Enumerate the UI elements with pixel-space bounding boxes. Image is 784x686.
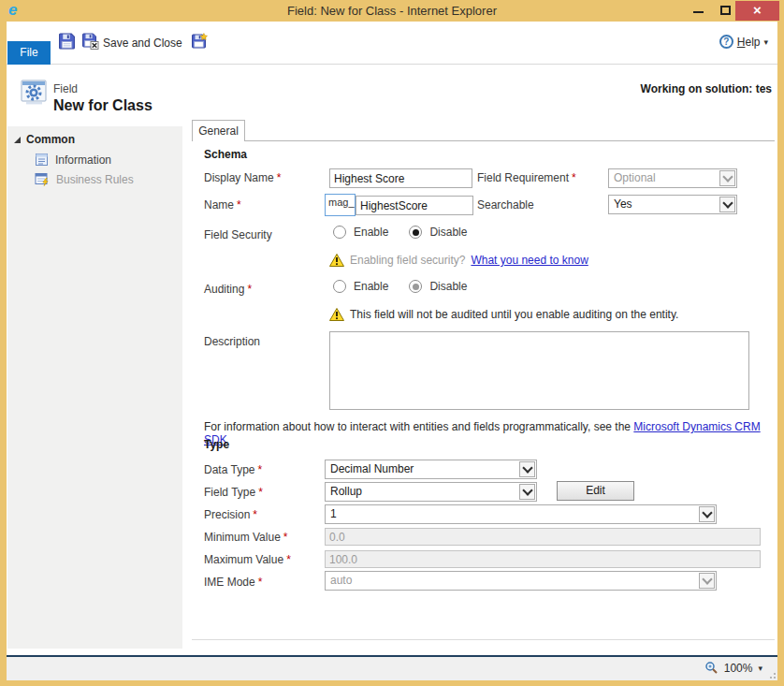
- enable-label: Enable: [354, 280, 388, 293]
- sidebar-group-common[interactable]: Common: [14, 133, 75, 146]
- field-security-label: Field Security: [204, 228, 272, 241]
- chevron-down-icon: [699, 506, 715, 522]
- display-name-label: Display Name*: [204, 171, 281, 184]
- file-menu-button[interactable]: File: [7, 41, 51, 65]
- chevron-down-icon: [719, 197, 735, 212]
- chevron-down-icon: [719, 170, 735, 186]
- sdk-note-text: For information about how to interact wi…: [204, 420, 633, 433]
- auditing-warning-row: This field will not be audited until you…: [329, 308, 678, 321]
- chevron-down-icon: [519, 484, 535, 500]
- field-entity-icon: [21, 78, 49, 109]
- field-requirement-label: Field Requirement*: [477, 171, 576, 184]
- data-type-select[interactable]: Decimal Number: [325, 460, 537, 479]
- sdk-note: For information about how to interact wi…: [204, 420, 777, 446]
- app-surface: File Save and Close: [7, 22, 777, 680]
- field-security-radio-group: Enable Disable: [333, 226, 467, 239]
- field-security-enable-radio[interactable]: [333, 226, 346, 239]
- sidebar-item-label: Business Rules: [56, 173, 134, 186]
- save-button[interactable]: [58, 33, 76, 50]
- name-label: Name*: [204, 198, 241, 212]
- save-and-close-button[interactable]: [81, 33, 99, 50]
- display-name-input[interactable]: [329, 168, 472, 188]
- auditing-label: Auditing*: [204, 283, 252, 296]
- expander-icon: [14, 137, 21, 143]
- help-label: Help: [737, 36, 761, 49]
- save-and-new-button[interactable]: [191, 33, 209, 50]
- resize-grip[interactable]: [766, 669, 776, 679]
- searchable-select[interactable]: Yes: [608, 195, 737, 214]
- minimize-button[interactable]: [693, 11, 704, 13]
- tab-general[interactable]: General: [192, 120, 245, 141]
- field-requirement-select[interactable]: Optional: [608, 168, 737, 188]
- disable-label: Disable: [429, 280, 467, 293]
- disable-label: Disable: [429, 226, 467, 239]
- schema-section-heading: Schema: [204, 148, 247, 161]
- help-icon: ?: [719, 35, 733, 49]
- zoom-control[interactable]: 100% ▾: [704, 661, 762, 675]
- ime-mode-label: IME Mode*: [204, 576, 262, 589]
- window-title: Field: New for Class - Internet Explorer: [0, 4, 784, 18]
- business-rules-icon: [35, 172, 50, 186]
- sidebar: Common Information: [7, 126, 182, 649]
- searchable-label: Searchable: [477, 198, 534, 212]
- maximum-value-label: Maximum Value*: [204, 553, 291, 566]
- description-label: Description: [204, 335, 260, 348]
- help-menu[interactable]: ? Help ▾: [719, 35, 768, 49]
- precision-select[interactable]: 1: [325, 504, 717, 524]
- auditing-radio-group: Enable Disable: [333, 280, 467, 293]
- help-caret-icon: ▾: [763, 37, 768, 47]
- auditing-disable-radio[interactable]: [409, 280, 422, 293]
- title-bar: e Field: New for Class - Internet Explor…: [0, 0, 784, 22]
- name-input[interactable]: [356, 196, 473, 215]
- working-on-solution-label: Working on solution: tes: [641, 82, 772, 95]
- name-prefix-input[interactable]: mag_: [325, 194, 356, 216]
- close-button[interactable]: ×: [735, 1, 779, 21]
- type-section-heading: Type: [204, 438, 229, 451]
- maximum-value-input[interactable]: [325, 550, 761, 568]
- field-type-select[interactable]: Rollup: [325, 482, 537, 502]
- minimum-value-input[interactable]: [325, 528, 761, 546]
- minimum-value-label: Minimum Value*: [204, 531, 287, 544]
- enable-label: Enable: [354, 226, 388, 239]
- browser-window: e Field: New for Class - Internet Explor…: [0, 0, 784, 686]
- precision-label: Precision*: [204, 508, 257, 521]
- save-and-new-icon: [191, 33, 209, 50]
- data-type-label: Data Type*: [204, 463, 262, 476]
- ime-mode-select[interactable]: auto: [325, 571, 717, 591]
- record-type-label: Field: [53, 82, 78, 95]
- security-warning-text: Enabling field security?: [350, 254, 465, 267]
- maximize-button[interactable]: [720, 6, 731, 15]
- auditing-enable-radio[interactable]: [333, 280, 346, 293]
- security-warning-row: Enabling field security? What you need t…: [329, 254, 588, 267]
- what-you-need-to-know-link[interactable]: What you need to know: [471, 254, 588, 267]
- sidebar-item-information[interactable]: Information: [35, 153, 111, 167]
- zoom-level-label: 100%: [724, 662, 753, 675]
- zoom-caret-icon: ▾: [758, 664, 762, 673]
- page-title: New for Class: [53, 97, 152, 114]
- field-security-disable-radio[interactable]: [409, 226, 422, 239]
- save-icon: [58, 33, 76, 50]
- toolbar-divider: [7, 64, 777, 65]
- content-bottom-divider: [192, 639, 775, 640]
- sidebar-group-label: Common: [26, 133, 75, 146]
- status-bar: 100% ▾: [7, 657, 777, 680]
- edit-button[interactable]: Edit: [557, 481, 634, 501]
- tab-divider: [192, 140, 775, 141]
- chevron-down-icon: [699, 573, 715, 589]
- sidebar-item-label: Information: [55, 153, 111, 167]
- field-type-label: Field Type*: [204, 486, 263, 499]
- sidebar-item-business-rules[interactable]: Business Rules: [35, 172, 134, 186]
- save-and-close-icon: [81, 33, 99, 50]
- warning-icon: [329, 254, 344, 267]
- warning-icon: [329, 308, 344, 321]
- information-icon: [35, 153, 49, 167]
- zoom-magnifier-icon: [704, 661, 719, 675]
- save-and-close-label[interactable]: Save and Close: [103, 36, 182, 50]
- description-textarea[interactable]: [329, 331, 749, 410]
- chevron-down-icon: [519, 461, 535, 477]
- auditing-warning-text: This field will not be audited until you…: [350, 308, 678, 321]
